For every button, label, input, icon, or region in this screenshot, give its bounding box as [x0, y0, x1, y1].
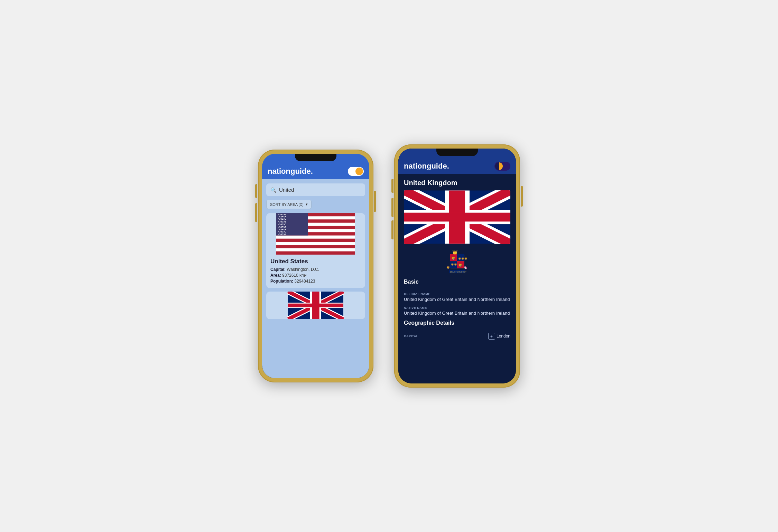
native-name-field: NATIVE NAME United Kingdom of Great Brit…	[404, 306, 510, 316]
phone-1: nationguide. 🔍 United SORT BY AREA [D] ▾	[258, 150, 373, 382]
app-logo-2: nationguide.	[404, 162, 449, 171]
silent-button[interactable]	[391, 220, 393, 239]
chevron-down-icon: ▾	[306, 202, 308, 207]
phone-2: nationguide. United Kingdom	[394, 144, 520, 388]
population-detail: Population: 329484123	[270, 279, 361, 284]
toggle-thumb	[355, 168, 363, 175]
app-logo: nationguide.	[268, 167, 313, 176]
capital-geo-label: CAPITAL	[404, 334, 418, 338]
sort-dropdown[interactable]: SORT BY AREA [D] ▾	[266, 200, 312, 209]
capital-geo-value: ◈ London	[488, 333, 510, 340]
svg-text:🦁: 🦁	[446, 266, 450, 269]
capital-city-value: London	[497, 334, 510, 339]
official-name-value: United Kingdom of Great Britain and Nort…	[404, 297, 510, 302]
svg-rect-9	[276, 239, 355, 242]
coat-of-arms-container: 🦁 🦁🦁🦁 🦁🦁🦁 🦁 👑 🦁 🦄 DIEU ET MON DROIT	[398, 244, 516, 279]
phone-notch	[295, 154, 336, 161]
power-button-2[interactable]	[521, 186, 523, 207]
svg-text:★★★★★: ★★★★★	[279, 228, 286, 230]
volume-down-button[interactable]	[255, 203, 257, 222]
area-label: Area:	[270, 273, 281, 278]
svg-text:★★★★★: ★★★★★	[279, 222, 286, 224]
basic-section-title: Basic	[404, 279, 510, 288]
svg-rect-8	[276, 236, 355, 239]
uk-flag-preview	[266, 292, 365, 319]
svg-rect-12	[276, 248, 355, 251]
app-header: nationguide.	[262, 163, 369, 179]
search-input-value[interactable]: United	[279, 187, 294, 193]
basic-section: Basic OFFICIAL NAME United Kingdom of Gr…	[398, 279, 516, 316]
volume-down-button-2[interactable]	[391, 198, 393, 217]
capital-detail: Capital: Washington, D.C.	[270, 267, 361, 272]
volume-up-button-2[interactable]	[391, 179, 393, 193]
power-button[interactable]	[374, 191, 376, 212]
search-icon: 🔍	[270, 187, 276, 193]
svg-rect-36	[288, 304, 343, 307]
country-card-uk-preview[interactable]	[266, 292, 365, 319]
uk-flag	[404, 190, 510, 244]
app-header-2: nationguide.	[398, 158, 516, 174]
us-flag: ★★★★★★ ★★★★★ ★★★★★★ ★★★★★ ★★★★★★ ★★★★★ ★…	[266, 213, 365, 255]
phone2-notch	[436, 149, 478, 156]
svg-text:🦁: 🦁	[458, 263, 462, 267]
phone1-screen: nationguide. 🔍 United SORT BY AREA [D] ▾	[262, 154, 369, 378]
svg-text:👑: 👑	[452, 249, 458, 255]
coat-of-arms-icon: 🦁 🦁🦁🦁 🦁🦁🦁 🦁 👑 🦁 🦄 DIEU ET MON DROIT	[445, 249, 469, 275]
svg-rect-11	[276, 245, 355, 248]
search-bar[interactable]: 🔍 United	[266, 183, 365, 196]
area-value: 9372610 km²	[282, 273, 306, 278]
map-icon: ◈	[488, 333, 495, 340]
svg-text:🦁: 🦁	[451, 256, 455, 260]
population-value: 329484123	[294, 279, 315, 284]
phone1-content: 🔍 United SORT BY AREA [D] ▾	[262, 179, 369, 323]
country-card-us[interactable]: ★★★★★★ ★★★★★ ★★★★★★ ★★★★★ ★★★★★★ ★★★★★ ★…	[266, 213, 365, 288]
official-name-label: OFFICIAL NAME	[404, 292, 510, 296]
svg-text:★★★★★: ★★★★★	[279, 218, 286, 220]
geo-section: Geographic Details CAPITAL ◈ London	[398, 320, 516, 342]
geo-section-title: Geographic Details	[404, 320, 510, 329]
capital-label: Capital:	[270, 267, 286, 272]
svg-rect-13	[276, 251, 355, 255]
phone2-screen: nationguide. United Kingdom	[398, 149, 516, 383]
theme-toggle-2[interactable]	[494, 162, 510, 171]
svg-text:🦄: 🦄	[464, 266, 467, 269]
svg-text:★★★★★: ★★★★★	[279, 225, 286, 227]
svg-text:★★★★★: ★★★★★	[279, 232, 286, 234]
official-name-field: OFFICIAL NAME United Kingdom of Great Br…	[404, 292, 510, 302]
svg-text:🦁🦁🦁: 🦁🦁🦁	[458, 257, 467, 260]
population-label: Population:	[270, 279, 293, 284]
native-name-value: United Kingdom of Great Britain and Nort…	[404, 311, 510, 316]
capital-value: Washington, D.C.	[287, 267, 319, 272]
country-title: United Kingdom	[398, 174, 516, 190]
capital-row: CAPITAL ◈ London	[404, 331, 510, 342]
toggle-thumb-2	[495, 162, 503, 170]
svg-rect-45	[404, 213, 510, 222]
svg-text:★★★★★: ★★★★★	[279, 215, 286, 217]
volume-up-button[interactable]	[255, 184, 257, 198]
us-card-body: United States Capital: Washington, D.C. …	[266, 255, 365, 288]
native-name-label: NATIVE NAME	[404, 306, 510, 310]
svg-rect-10	[276, 242, 355, 245]
country-name-us: United States	[270, 258, 361, 265]
area-detail: Area: 9372610 km²	[270, 273, 361, 278]
svg-text:DIEU ET MON DROIT: DIEU ET MON DROIT	[450, 271, 466, 273]
uk-flag-container	[398, 190, 516, 244]
sort-label: SORT BY AREA [D]	[270, 202, 304, 207]
theme-toggle[interactable]	[348, 167, 364, 176]
map-icon-symbol: ◈	[490, 334, 493, 338]
